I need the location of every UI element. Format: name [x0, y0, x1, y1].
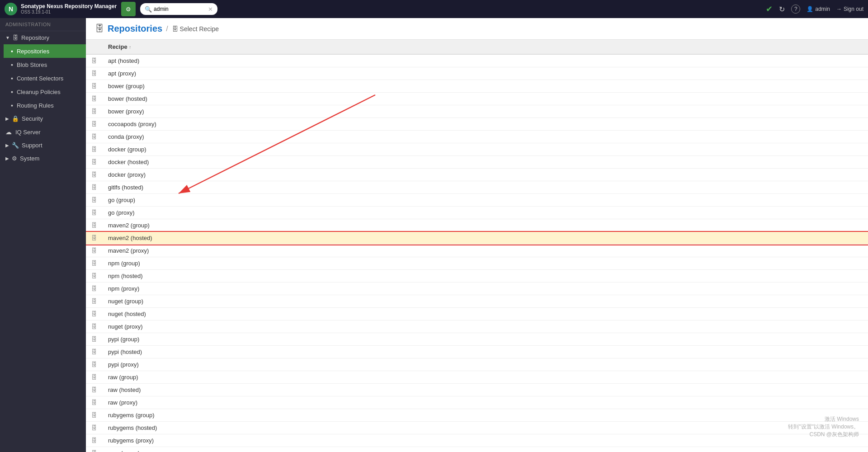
table-row[interactable]: 🗄npm (group): [86, 257, 868, 270]
recipe-name-cell[interactable]: bower (group): [103, 80, 868, 93]
recipe-name-cell[interactable]: apt (proxy): [103, 67, 868, 80]
recipe-name-cell[interactable]: cocoapods (proxy): [103, 118, 868, 131]
search-clear-icon[interactable]: ✕: [208, 6, 213, 13]
app-name: Sonatype Nexus Repository Manager: [21, 3, 117, 9]
recipe-icon: 🗄: [91, 336, 97, 343]
status-check-icon: ✔: [766, 4, 773, 14]
recipe-name-cell[interactable]: go (proxy): [103, 207, 868, 219]
signout-button[interactable]: → Sign out: [836, 6, 863, 12]
recipe-name-cell[interactable]: raw (hosted): [103, 384, 868, 396]
search-icon: 🔍: [145, 6, 152, 13]
recipe-name-cell[interactable]: pypi (proxy): [103, 358, 868, 371]
recipe-name-cell[interactable]: docker (hosted): [103, 156, 868, 169]
sidebar-item-repositories[interactable]: ▪ Repositories: [4, 44, 86, 58]
recipe-name-cell[interactable]: docker (group): [103, 143, 868, 156]
row-icon-cell: 🗄: [86, 169, 103, 181]
sidebar-group-repository[interactable]: ▼ 🗄 Repository: [0, 31, 86, 44]
sidebar-item-blob-stores[interactable]: ▪ Blob Stores: [4, 58, 86, 71]
table-row[interactable]: 🗄maven2 (hosted): [86, 232, 868, 245]
table-row[interactable]: 🗄maven2 (proxy): [86, 245, 868, 257]
recipe-name-cell[interactable]: nuget (proxy): [103, 320, 868, 333]
table-row[interactable]: 🗄bower (group): [86, 80, 868, 93]
recipe-name-cell[interactable]: raw (group): [103, 371, 868, 384]
sidebar-group-support[interactable]: ▶ 🔧 Support: [0, 139, 86, 152]
recipe-icon: 🗄: [91, 197, 97, 203]
recipe-name-cell[interactable]: conda (proxy): [103, 131, 868, 143]
blob-stores-icon: ▪: [11, 61, 13, 68]
recipe-name-cell[interactable]: pypi (group): [103, 333, 868, 346]
recipe-name-cell[interactable]: docker (proxy): [103, 169, 868, 181]
help-icon[interactable]: ?: [791, 5, 800, 14]
recipe-name-cell[interactable]: rubygems (group): [103, 409, 868, 422]
search-box[interactable]: 🔍 ✕: [140, 3, 217, 15]
settings-button[interactable]: ⚙: [121, 2, 136, 16]
recipe-icon: 🗄: [91, 424, 97, 431]
table-row[interactable]: 🗄rubygems (proxy): [86, 434, 868, 447]
table-row[interactable]: 🗄pypi (proxy): [86, 358, 868, 371]
recipe-name-cell[interactable]: rubygems (hosted): [103, 422, 868, 434]
recipe-name-cell[interactable]: go (group): [103, 194, 868, 207]
recipe-name-cell[interactable]: npm (hosted): [103, 270, 868, 282]
sidebar-group-system[interactable]: ▶ ⚙ System: [0, 152, 86, 165]
recipe-name-cell[interactable]: pypi (hosted): [103, 346, 868, 358]
row-icon-cell: 🗄: [86, 422, 103, 434]
table-row[interactable]: 🗄go (group): [86, 194, 868, 207]
recipe-name-cell[interactable]: npm (group): [103, 257, 868, 270]
table-row[interactable]: 🗄nuget (hosted): [86, 308, 868, 320]
recipe-name-cell[interactable]: raw (proxy): [103, 396, 868, 409]
sidebar-item-content-selectors[interactable]: ▪ Content Selectors: [4, 71, 86, 85]
recipe-name-cell[interactable]: nuget (hosted): [103, 308, 868, 320]
row-icon-cell: 🗄: [86, 232, 103, 245]
table-row[interactable]: 🗄yum (group): [86, 447, 868, 452]
sidebar-item-cleanup-policies[interactable]: ▪ Cleanup Policies: [4, 85, 86, 99]
table-row[interactable]: 🗄docker (proxy): [86, 169, 868, 181]
table-row[interactable]: 🗄npm (hosted): [86, 270, 868, 282]
recipe-name-cell[interactable]: maven2 (proxy): [103, 245, 868, 257]
row-icon-cell: 🗄: [86, 358, 103, 371]
recipe-icon: 🗄: [91, 285, 97, 292]
table-row[interactable]: 🗄raw (proxy): [86, 396, 868, 409]
recipe-name-cell[interactable]: npm (proxy): [103, 282, 868, 295]
recipe-name-cell[interactable]: rubygems (proxy): [103, 434, 868, 447]
recipe-name-cell[interactable]: maven2 (hosted): [103, 232, 868, 245]
search-input[interactable]: [154, 6, 208, 12]
table-row[interactable]: 🗄go (proxy): [86, 207, 868, 219]
table-row[interactable]: 🗄pypi (group): [86, 333, 868, 346]
refresh-icon[interactable]: ↻: [779, 5, 785, 14]
sidebar-group-security[interactable]: ▶ 🔒 Security: [0, 112, 86, 125]
recipe-name-cell[interactable]: bower (hosted): [103, 93, 868, 105]
table-row[interactable]: 🗄rubygems (hosted): [86, 422, 868, 434]
table-row[interactable]: 🗄apt (proxy): [86, 67, 868, 80]
table-row[interactable]: 🗄nuget (proxy): [86, 320, 868, 333]
table-row[interactable]: 🗄cocoapods (proxy): [86, 118, 868, 131]
table-row[interactable]: 🗄rubygems (group): [86, 409, 868, 422]
admin-menu[interactable]: 👤 admin: [807, 6, 830, 12]
sidebar-item-iq-server[interactable]: ☁ IQ Server: [0, 125, 86, 139]
table-row[interactable]: 🗄pypi (hosted): [86, 346, 868, 358]
table-row[interactable]: 🗄conda (proxy): [86, 131, 868, 143]
recipe-name-cell[interactable]: bower (proxy): [103, 105, 868, 118]
support-expand-arrow-icon: ▶: [5, 143, 9, 148]
table-row[interactable]: 🗄npm (proxy): [86, 282, 868, 295]
table-row[interactable]: 🗄maven2 (group): [86, 219, 868, 232]
row-icon-cell: 🗄: [86, 207, 103, 219]
table-row[interactable]: 🗄docker (group): [86, 143, 868, 156]
recipe-name-cell[interactable]: gitlfs (hosted): [103, 181, 868, 194]
table-row[interactable]: 🗄raw (hosted): [86, 384, 868, 396]
table-row[interactable]: 🗄docker (hosted): [86, 156, 868, 169]
row-icon-cell: 🗄: [86, 181, 103, 194]
admin-section-label: Administration: [0, 18, 86, 31]
recipe-name-cell[interactable]: nuget (group): [103, 295, 868, 308]
recipe-name-cell[interactable]: apt (hosted): [103, 54, 868, 67]
col-recipe-header[interactable]: Recipe ↑: [103, 40, 868, 54]
recipe-name-cell[interactable]: maven2 (group): [103, 219, 868, 232]
table-row[interactable]: 🗄apt (hosted): [86, 54, 868, 67]
sidebar-item-routing-rules[interactable]: ▪ Routing Rules: [4, 99, 86, 112]
table-row[interactable]: 🗄nuget (group): [86, 295, 868, 308]
row-icon-cell: 🗄: [86, 93, 103, 105]
table-row[interactable]: 🗄bower (proxy): [86, 105, 868, 118]
table-row[interactable]: 🗄bower (hosted): [86, 93, 868, 105]
table-row[interactable]: 🗄raw (group): [86, 371, 868, 384]
recipe-name-cell[interactable]: yum (group): [103, 447, 868, 452]
table-row[interactable]: 🗄gitlfs (hosted): [86, 181, 868, 194]
